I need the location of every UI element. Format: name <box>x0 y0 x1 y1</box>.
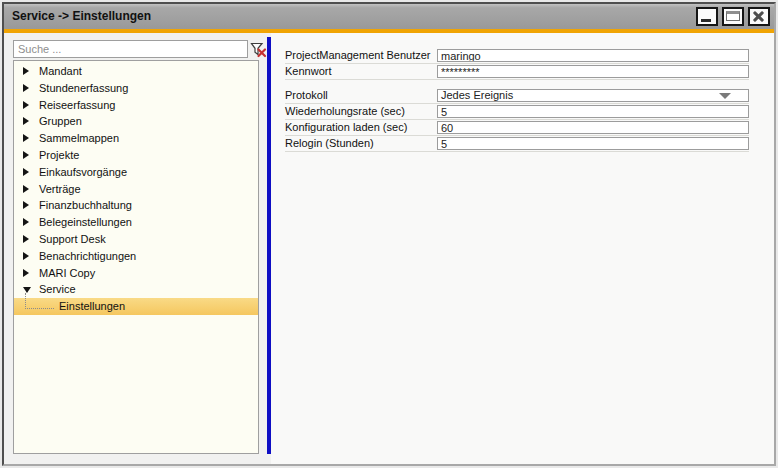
close-button[interactable] <box>748 7 770 26</box>
protokoll-label: Protokoll <box>285 89 328 101</box>
title-bar: Service -> Einstellungen <box>4 4 774 29</box>
tree-item-benachrichtigungen[interactable]: Benachrichtigungen <box>14 248 258 265</box>
tree-item-mari-copy[interactable]: MARI Copy <box>14 265 258 282</box>
form-row-relogin: Relogin (Stunden) <box>285 136 749 152</box>
triangle-right-icon[interactable] <box>23 201 29 209</box>
chevron-down-icon <box>719 93 731 99</box>
triangle-right-icon[interactable] <box>23 218 29 226</box>
tree-item-mandant[interactable]: Mandant <box>14 63 258 80</box>
triangle-right-icon[interactable] <box>23 67 29 75</box>
triangle-right-icon[interactable] <box>23 252 29 260</box>
tree-item-support-desk[interactable]: Support Desk <box>14 231 258 248</box>
triangle-right-icon[interactable] <box>23 168 29 176</box>
konfiguration-laden-label: Konfiguration laden (sec) <box>285 121 407 133</box>
triangle-right-icon[interactable] <box>23 151 29 159</box>
tree-item-reiseerfassung[interactable]: Reiseerfassung <box>14 97 258 114</box>
settings-tree: Mandant Stundenerfassung Reiseerfassung … <box>13 60 259 454</box>
kennwort-label: Kennwort <box>285 65 331 77</box>
konfiguration-laden-input[interactable] <box>437 121 749 134</box>
tree-item-sammelmappen[interactable]: Sammelmappen <box>14 130 258 147</box>
triangle-right-icon[interactable] <box>23 134 29 142</box>
search-input[interactable] <box>13 40 248 58</box>
form-row-kennwort: Kennwort <box>285 64 749 80</box>
tree-item-einkaufsvorgaenge[interactable]: Einkaufsvorgänge <box>14 164 258 181</box>
form-row-konfiguration-laden: Konfiguration laden (sec) <box>285 120 749 136</box>
maximize-icon <box>726 11 740 21</box>
triangle-right-icon[interactable] <box>23 235 29 243</box>
protokoll-dropdown-value: Jedes Ereignis <box>441 89 513 101</box>
tree-item-finanzbuchhaltung[interactable]: Finanzbuchhaltung <box>14 197 258 214</box>
kennwort-input[interactable] <box>437 65 749 78</box>
relogin-input[interactable] <box>437 137 749 150</box>
window: Service -> Einstellungen Mandant <box>2 2 776 466</box>
triangle-right-icon[interactable] <box>23 117 29 125</box>
window-frame: Service -> Einstellungen Mandant <box>0 0 778 468</box>
tree-item-einstellungen[interactable]: Einstellungen <box>14 298 258 315</box>
triangle-right-icon[interactable] <box>23 269 29 277</box>
projectmanagement-benutzer-input[interactable] <box>437 49 749 62</box>
wiederholungsrate-label: Wiederholungsrate (sec) <box>285 105 405 117</box>
settings-form-panel: ProjectManagement Benutzer Kennwort Prot… <box>271 33 774 464</box>
triangle-right-icon[interactable] <box>23 185 29 193</box>
relogin-label: Relogin (Stunden) <box>285 137 374 149</box>
form-row-benutzer: ProjectManagement Benutzer <box>285 48 749 64</box>
wiederholungsrate-input[interactable] <box>437 105 749 118</box>
filter-clear-icon[interactable] <box>250 42 267 58</box>
triangle-right-icon[interactable] <box>23 84 29 92</box>
minimize-icon <box>701 19 711 22</box>
form-row-wiederholungsrate: Wiederholungsrate (sec) <box>285 104 749 120</box>
main-area: Mandant Stundenerfassung Reiseerfassung … <box>4 33 774 464</box>
minimize-button[interactable] <box>696 7 718 26</box>
tree-item-projekte[interactable]: Projekte <box>14 147 258 164</box>
tree-item-stundenerfassung[interactable]: Stundenerfassung <box>14 80 258 97</box>
tree-item-vertraege[interactable]: Verträge <box>14 181 258 198</box>
tree-branch-connector <box>25 293 54 309</box>
tree-item-belegeinstellungen[interactable]: Belegeinstellungen <box>14 214 258 231</box>
protokoll-dropdown[interactable]: Jedes Ereignis <box>437 89 749 102</box>
tree-item-gruppen[interactable]: Gruppen <box>14 113 258 130</box>
benutzer-label: ProjectManagement Benutzer <box>285 49 431 61</box>
form-row-protokoll: Protokoll Jedes Ereignis <box>285 88 749 104</box>
window-title: Service -> Einstellungen <box>12 4 151 29</box>
triangle-right-icon[interactable] <box>23 101 29 109</box>
maximize-button[interactable] <box>722 7 744 26</box>
